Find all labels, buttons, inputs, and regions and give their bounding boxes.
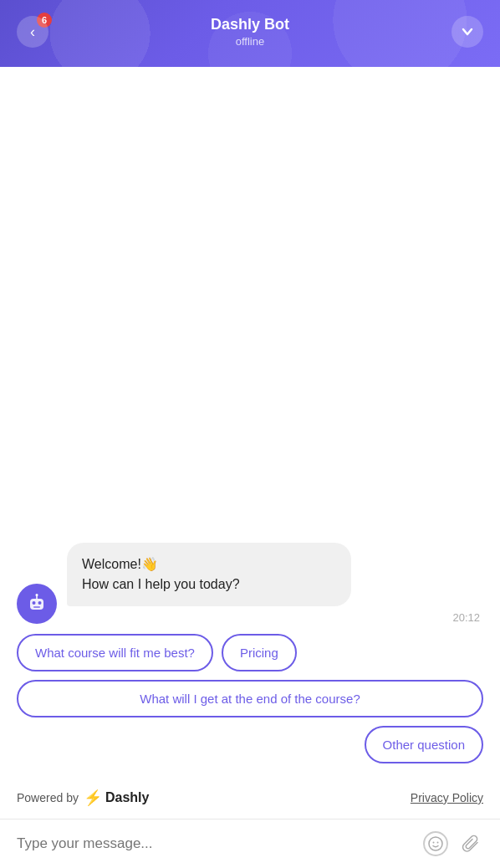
emoji-button[interactable] [423,831,448,856]
emoji-icon [423,831,448,856]
bot-bubble-wrapper: Welcome!👋How can I help you today? 20:12 [67,543,483,624]
svg-point-1 [33,601,36,605]
dropdown-button[interactable] [452,16,483,48]
powered-by-area: Powered by ⚡ Dashly [17,789,149,807]
back-button[interactable]: ‹ [17,16,48,48]
quick-reply-row-3: Other question [17,726,483,763]
footer-branding: Powered by ⚡ Dashly Privacy Policy [0,777,500,819]
quick-reply-row-2: What will I get at the end of the course… [17,680,483,717]
quick-reply-pricing[interactable]: Pricing [222,634,297,671]
powered-by-label: Powered by [17,791,79,804]
chat-header: ‹ 6 Dashly Bot offline [0,0,500,67]
quick-reply-course-end[interactable]: What will I get at the end of the course… [17,680,483,717]
quick-replies-container: What course will fit me best? Pricing Wh… [17,634,483,763]
chat-area: Welcome!👋How can I help you today? 20:12… [0,67,500,777]
svg-rect-5 [33,606,40,608]
quick-reply-row-1: What course will fit me best? Pricing [17,634,483,671]
svg-point-2 [38,601,42,605]
back-arrow-icon: ‹ [30,24,35,39]
header-title-area: Dashly Bot offline [211,16,289,48]
attach-button[interactable] [458,831,483,856]
bot-bubble: Welcome!👋How can I help you today? [67,543,351,606]
dashly-logo: ⚡ Dashly [84,789,149,807]
dashly-logo-icon: ⚡ [84,789,102,807]
quick-reply-course-fit[interactable]: What course will fit me best? [17,634,213,671]
svg-rect-0 [30,599,43,610]
message-timestamp: 20:12 [67,611,483,624]
bot-name: Dashly Bot [211,16,289,33]
bot-status: offline [211,35,289,48]
input-area [0,819,500,868]
bot-avatar [17,584,57,624]
svg-point-8 [437,842,439,844]
quick-reply-other[interactable]: Other question [365,726,483,763]
svg-point-6 [429,837,442,850]
bot-message-text: Welcome!👋How can I help you today? [82,557,240,591]
svg-point-4 [36,594,38,596]
message-input[interactable] [17,835,413,852]
paperclip-icon [458,831,483,856]
bot-message-row: Welcome!👋How can I help you today? 20:12 [17,543,483,624]
chevron-down-icon [461,25,474,38]
chat-screen: ‹ 6 Dashly Bot offline [0,0,500,868]
robot-icon [25,592,48,615]
dashly-brand-name: Dashly [105,790,149,805]
privacy-policy-link[interactable]: Privacy Policy [411,791,483,804]
svg-point-7 [433,842,435,844]
